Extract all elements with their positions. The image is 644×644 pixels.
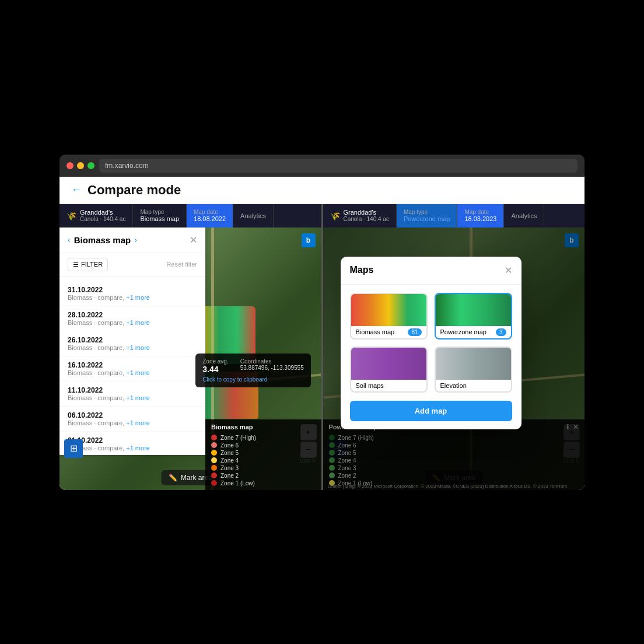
date-sub-3: Biomass · compare, +1 more	[68, 369, 197, 376]
right-analytics-label: Analytics	[511, 212, 537, 219]
biomass-map-card[interactable]: Biomass map 81	[350, 293, 428, 340]
date-item-3[interactable]: 16.10.2022 Biomass · compare, +1 more	[60, 356, 205, 382]
more-4[interactable]: +1 more	[126, 394, 150, 401]
minimize-dot[interactable]	[77, 162, 84, 169]
left-analytics-tab[interactable]: Analytics	[233, 204, 274, 228]
left-map-type-value: Biomass map	[140, 215, 179, 222]
date-5: 06.10.2022	[68, 411, 197, 419]
filter-button[interactable]: ☰ FILTER	[68, 258, 108, 271]
soil-card-label: Soil maps	[356, 382, 384, 389]
panel-title: Biomass map	[74, 235, 131, 245]
browser-window: fm.xarvio.com ← Compare mode 🌾 Granddad'…	[60, 155, 584, 490]
date-sub-2: Biomass · compare, +1 more	[68, 344, 197, 351]
more-6[interactable]: +1 more	[126, 444, 150, 452]
left-map-date-value: 18.08.2022	[194, 215, 226, 222]
more-5[interactable]: +1 more	[126, 419, 150, 426]
add-map-button[interactable]: Add map	[350, 401, 512, 421]
maps-popup: Maps ✕ Biomass map	[323, 228, 585, 490]
left-analytics-label: Analytics	[240, 212, 266, 219]
right-farm-tab[interactable]: 🌾 Granddad's Canola · 140.4 ac	[323, 204, 397, 228]
left-legend-title: Biomass map	[211, 424, 253, 430]
powerzone-thumb	[436, 294, 511, 326]
date-sub-0: Biomass · compare, +1 more	[68, 294, 197, 301]
left-map-date-label: Map date	[194, 209, 226, 215]
panel-close[interactable]: ✕	[190, 235, 197, 246]
date-0: 31.10.2022	[68, 286, 197, 294]
map-type-grid: Biomass map 81 Powerzone map	[350, 293, 512, 393]
right-map-date-tab[interactable]: Map date 18.03.2023	[457, 204, 504, 228]
left-map-panel: 🌾 Granddad's Canola · 140.4 ac Map type …	[60, 204, 321, 490]
filter-row: ☰ FILTER Reset filter	[60, 253, 205, 276]
more-2[interactable]: +1 more	[126, 344, 150, 351]
powerzone-map-card[interactable]: Powerzone map 3	[435, 293, 512, 340]
left-map-bg[interactable]: b ‹ Biomass map › ✕	[60, 228, 321, 490]
zone-avg-label: Zone avg.	[202, 358, 228, 365]
date-sub-6: Biomass · compare, +1 more	[68, 444, 197, 452]
date-item-4[interactable]: 11.10.2022 Biomass · compare, +1 more	[60, 382, 205, 407]
maps-dialog: Maps ✕ Biomass map	[341, 257, 522, 429]
elevation-map-card[interactable]: Elevation	[435, 346, 512, 393]
filter-icon: ☰	[73, 261, 79, 268]
coord-label: Coordinates	[240, 358, 304, 365]
soil-thumb	[351, 348, 426, 380]
biomass-thumb	[351, 294, 426, 326]
right-map-date-value: 18.03.2023	[464, 215, 496, 222]
date-3: 16.10.2022	[68, 361, 197, 369]
right-map-type-tab[interactable]: Map type Powerzone map	[397, 204, 458, 228]
soil-map-card[interactable]: Soil maps	[350, 346, 428, 393]
right-map-bg[interactable]: b Maps ✕	[323, 228, 585, 490]
biomass-panel: ‹ Biomass map › ✕ ☰ FILTER Reset filt	[60, 228, 205, 455]
more-1[interactable]: +1 more	[126, 319, 150, 326]
right-farm-sub: Canola · 140.4 ac	[344, 216, 389, 222]
filter-label: FILTER	[81, 261, 103, 268]
left-map-type-tab[interactable]: Map type Biomass map	[133, 204, 187, 228]
date-item-0[interactable]: 31.10.2022 Biomass · compare, +1 more	[60, 281, 205, 306]
maximize-dot[interactable]	[88, 162, 94, 169]
farm-icon: 🌾	[66, 211, 76, 220]
date-sub-4: Biomass · compare, +1 more	[68, 394, 197, 401]
url-text: fm.xarvio.com	[105, 162, 149, 170]
right-map-date-label: Map date	[464, 209, 496, 215]
date-sub-1: Biomass · compare, +1 more	[68, 319, 197, 326]
more-0[interactable]: +1 more	[126, 294, 150, 301]
right-map-type-value: Powerzone map	[404, 215, 450, 222]
left-legend-items: Zone 7 (High) Zone 6 Zone 5 Zone 4 Zone …	[211, 435, 321, 487]
page-content: ← Compare mode 🌾 Granddad's Canola · 140…	[60, 177, 584, 490]
zone-avg-value: 3.44	[202, 365, 228, 374]
left-farm-name: Granddad's	[80, 209, 125, 216]
copy-label[interactable]: Click to copy to clipboard	[202, 376, 303, 383]
date-1: 28.10.2022	[68, 311, 197, 319]
window-controls	[66, 162, 94, 169]
reset-filter[interactable]: Reset filter	[166, 261, 197, 268]
left-layers-button[interactable]: ⊞	[64, 439, 83, 458]
biomass-card-label: Biomass map	[356, 328, 395, 335]
page-title: Compare mode	[88, 183, 181, 198]
date-list: 31.10.2022 Biomass · compare, +1 more 28…	[60, 276, 205, 455]
dialog-close-btn[interactable]: ✕	[505, 265, 512, 276]
zone-1: Zone 1 (Low)	[220, 480, 255, 487]
date-item-1[interactable]: 28.10.2022 Biomass · compare, +1 more	[60, 306, 205, 331]
date-item-5[interactable]: 06.10.2022 Biomass · compare, +1 more	[60, 407, 205, 432]
date-item-2[interactable]: 26.10.2022 Biomass · compare, +1 more	[60, 331, 205, 356]
right-analytics-tab[interactable]: Analytics	[504, 204, 544, 228]
pencil-icon: ✏️	[169, 474, 177, 482]
more-3[interactable]: +1 more	[126, 369, 150, 376]
panel-next[interactable]: ›	[134, 235, 137, 244]
close-dot[interactable]	[66, 162, 74, 169]
date-6: 01.10.2022	[68, 436, 197, 444]
left-farm-tab[interactable]: 🌾 Granddad's Canola · 140.4 ac	[60, 204, 133, 228]
dialog-title: Maps	[350, 265, 374, 275]
zone-6: Zone 6	[220, 442, 239, 449]
right-map-type-label: Map type	[404, 209, 450, 215]
left-map-date-tab[interactable]: Map date 18.08.2022	[187, 204, 233, 228]
panel-prev[interactable]: ‹	[68, 235, 71, 244]
panel-header: ‹ Biomass map › ✕	[60, 228, 205, 253]
date-4: 11.10.2022	[68, 386, 197, 394]
left-bing-logo: b	[302, 233, 316, 247]
elevation-thumb	[436, 348, 511, 380]
address-bar[interactable]: fm.xarvio.com	[99, 159, 578, 173]
back-button[interactable]: ←	[71, 184, 82, 196]
zone-2: Zone 2	[220, 473, 239, 479]
right-farm-icon: 🌾	[330, 211, 340, 220]
zone-3: Zone 3	[220, 465, 239, 471]
